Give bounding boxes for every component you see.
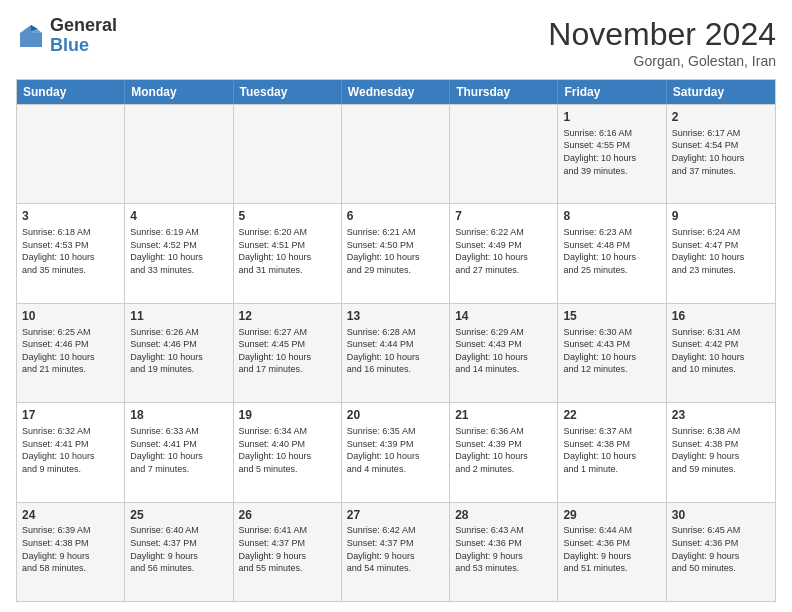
calendar-cell [450,105,558,203]
calendar-cell: 16Sunrise: 6:31 AMSunset: 4:42 PMDayligh… [667,304,775,402]
day-info-line: Daylight: 9 hours [563,550,660,563]
logo-text: General Blue [50,16,117,56]
day-info-line: and 51 minutes. [563,562,660,575]
calendar-cell: 12Sunrise: 6:27 AMSunset: 4:45 PMDayligh… [234,304,342,402]
day-info-line: Sunset: 4:38 PM [563,438,660,451]
day-number: 5 [239,208,336,225]
calendar-cell: 22Sunrise: 6:37 AMSunset: 4:38 PMDayligh… [558,403,666,501]
day-info-line: Sunrise: 6:35 AM [347,425,444,438]
day-info-line: and 35 minutes. [22,264,119,277]
calendar-cell: 15Sunrise: 6:30 AMSunset: 4:43 PMDayligh… [558,304,666,402]
day-info-line: Daylight: 10 hours [130,450,227,463]
day-info-line: Sunset: 4:43 PM [563,338,660,351]
day-info-line: Sunset: 4:36 PM [455,537,552,550]
day-info-line: Sunset: 4:44 PM [347,338,444,351]
day-info-line: Sunset: 4:37 PM [239,537,336,550]
calendar-cell: 28Sunrise: 6:43 AMSunset: 4:36 PMDayligh… [450,503,558,601]
calendar-cell: 30Sunrise: 6:45 AMSunset: 4:36 PMDayligh… [667,503,775,601]
day-info-line: Daylight: 10 hours [347,251,444,264]
day-info-line: Sunrise: 6:19 AM [130,226,227,239]
day-info-line: Sunset: 4:41 PM [22,438,119,451]
day-info-line: Sunrise: 6:26 AM [130,326,227,339]
day-info-line: Daylight: 10 hours [239,251,336,264]
day-number: 3 [22,208,119,225]
day-number: 2 [672,109,770,126]
day-info-line: and 19 minutes. [130,363,227,376]
day-info-line: Sunset: 4:39 PM [455,438,552,451]
day-info-line: Daylight: 10 hours [130,351,227,364]
day-info-line: Daylight: 9 hours [239,550,336,563]
calendar-cell: 27Sunrise: 6:42 AMSunset: 4:37 PMDayligh… [342,503,450,601]
day-info-line: Sunset: 4:55 PM [563,139,660,152]
day-info-line: Daylight: 9 hours [672,450,770,463]
calendar-cell [125,105,233,203]
day-number: 21 [455,407,552,424]
day-info-line: Sunrise: 6:42 AM [347,524,444,537]
day-info-line: Sunset: 4:36 PM [563,537,660,550]
calendar-cell: 17Sunrise: 6:32 AMSunset: 4:41 PMDayligh… [17,403,125,501]
day-number: 26 [239,507,336,524]
day-info-line: Daylight: 10 hours [347,450,444,463]
calendar-row-3: 10Sunrise: 6:25 AMSunset: 4:46 PMDayligh… [17,303,775,402]
day-info-line: and 9 minutes. [22,463,119,476]
calendar-cell: 19Sunrise: 6:34 AMSunset: 4:40 PMDayligh… [234,403,342,501]
day-info-line: and 4 minutes. [347,463,444,476]
day-info-line: Sunset: 4:52 PM [130,239,227,252]
weekday-header-sunday: Sunday [17,80,125,104]
day-info-line: Daylight: 10 hours [22,351,119,364]
calendar-header: SundayMondayTuesdayWednesdayThursdayFrid… [17,80,775,104]
day-info-line: Sunset: 4:42 PM [672,338,770,351]
calendar-cell: 9Sunrise: 6:24 AMSunset: 4:47 PMDaylight… [667,204,775,302]
calendar-cell: 6Sunrise: 6:21 AMSunset: 4:50 PMDaylight… [342,204,450,302]
day-info-line: and 27 minutes. [455,264,552,277]
day-info-line: Sunrise: 6:45 AM [672,524,770,537]
day-info-line: and 17 minutes. [239,363,336,376]
day-info-line: and 2 minutes. [455,463,552,476]
day-info-line: Sunset: 4:53 PM [22,239,119,252]
day-number: 9 [672,208,770,225]
day-info-line: Daylight: 10 hours [239,450,336,463]
day-info-line: and 53 minutes. [455,562,552,575]
calendar-cell: 11Sunrise: 6:26 AMSunset: 4:46 PMDayligh… [125,304,233,402]
day-info-line: Daylight: 10 hours [563,152,660,165]
day-info-line: Sunrise: 6:20 AM [239,226,336,239]
day-number: 23 [672,407,770,424]
day-info-line: and 58 minutes. [22,562,119,575]
day-info-line: Sunset: 4:41 PM [130,438,227,451]
day-info-line: Sunrise: 6:21 AM [347,226,444,239]
day-info-line: Sunrise: 6:36 AM [455,425,552,438]
calendar-cell [342,105,450,203]
day-info-line: and 23 minutes. [672,264,770,277]
day-info-line: Daylight: 10 hours [672,152,770,165]
day-info-line: Sunset: 4:38 PM [672,438,770,451]
calendar-row-4: 17Sunrise: 6:32 AMSunset: 4:41 PMDayligh… [17,402,775,501]
calendar-cell: 4Sunrise: 6:19 AMSunset: 4:52 PMDaylight… [125,204,233,302]
day-info-line: Sunset: 4:43 PM [455,338,552,351]
day-info-line: Sunrise: 6:38 AM [672,425,770,438]
calendar-row-2: 3Sunrise: 6:18 AMSunset: 4:53 PMDaylight… [17,203,775,302]
logo-blue-text: Blue [50,36,117,56]
day-info-line: Sunset: 4:47 PM [672,239,770,252]
day-info-line: Sunrise: 6:39 AM [22,524,119,537]
calendar-cell: 2Sunrise: 6:17 AMSunset: 4:54 PMDaylight… [667,105,775,203]
month-title: November 2024 [548,16,776,53]
day-info-line: and 37 minutes. [672,165,770,178]
day-info-line: Sunset: 4:38 PM [22,537,119,550]
day-info-line: Sunrise: 6:16 AM [563,127,660,140]
day-info-line: Daylight: 10 hours [672,251,770,264]
day-info-line: Daylight: 10 hours [563,351,660,364]
day-number: 30 [672,507,770,524]
calendar-cell [234,105,342,203]
day-number: 6 [347,208,444,225]
calendar-cell: 5Sunrise: 6:20 AMSunset: 4:51 PMDaylight… [234,204,342,302]
calendar-cell: 18Sunrise: 6:33 AMSunset: 4:41 PMDayligh… [125,403,233,501]
day-number: 19 [239,407,336,424]
day-info-line: and 50 minutes. [672,562,770,575]
day-number: 20 [347,407,444,424]
calendar-row-1: 1Sunrise: 6:16 AMSunset: 4:55 PMDaylight… [17,104,775,203]
day-info-line: Daylight: 9 hours [130,550,227,563]
day-info-line: Daylight: 10 hours [239,351,336,364]
weekday-header-friday: Friday [558,80,666,104]
calendar-cell: 14Sunrise: 6:29 AMSunset: 4:43 PMDayligh… [450,304,558,402]
day-number: 15 [563,308,660,325]
